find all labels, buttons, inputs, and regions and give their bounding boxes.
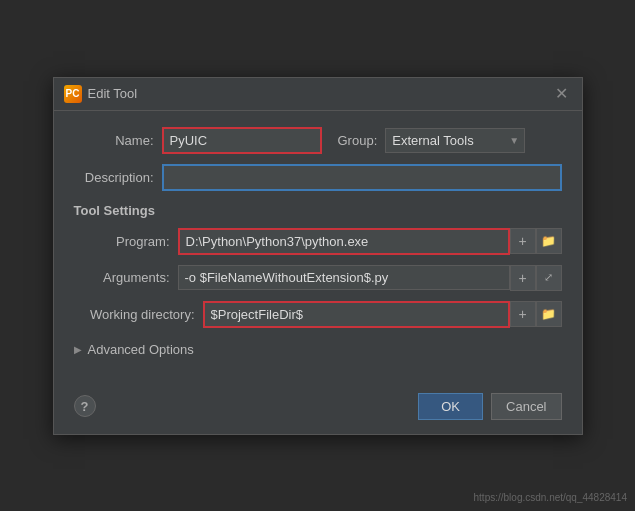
working-dir-folder-button[interactable]: 📁	[536, 301, 562, 327]
close-button[interactable]: ✕	[551, 84, 572, 104]
app-logo: PC	[64, 85, 82, 103]
advanced-options-label: Advanced Options	[88, 342, 194, 357]
cancel-button[interactable]: Cancel	[491, 393, 561, 420]
working-dir-input-group: + 📁	[203, 301, 562, 328]
description-row: Description:	[74, 164, 562, 191]
group-label: Group:	[338, 133, 378, 148]
program-label: Program:	[90, 234, 170, 249]
program-plus-button[interactable]: +	[510, 228, 536, 254]
footer-buttons: OK Cancel	[418, 393, 561, 420]
dialog-footer: ? OK Cancel	[54, 383, 582, 434]
title-bar: PC Edit Tool ✕	[54, 78, 582, 111]
group-select[interactable]: External Tools Other	[385, 128, 525, 153]
arguments-input-group: + ⤢	[178, 265, 562, 291]
title-bar-left: PC Edit Tool	[64, 85, 138, 103]
dialog-title: Edit Tool	[88, 86, 138, 101]
edit-tool-dialog: PC Edit Tool ✕ Name: Group: External Too…	[53, 77, 583, 435]
program-folder-button[interactable]: 📁	[536, 228, 562, 254]
name-group-row: Name: Group: External Tools Other	[74, 127, 562, 154]
advanced-triangle-icon: ▶	[74, 344, 82, 355]
working-dir-label: Working directory:	[90, 307, 195, 322]
ok-button[interactable]: OK	[418, 393, 483, 420]
group-select-wrapper: External Tools Other	[385, 128, 525, 153]
name-label: Name:	[74, 133, 154, 148]
arguments-row: Arguments: + ⤢	[90, 265, 562, 291]
help-button[interactable]: ?	[74, 395, 96, 417]
program-input[interactable]	[178, 228, 510, 255]
program-row: Program: + 📁	[90, 228, 562, 255]
arguments-label: Arguments:	[90, 270, 170, 285]
name-input[interactable]	[162, 127, 322, 154]
working-dir-input[interactable]	[203, 301, 510, 328]
arguments-input[interactable]	[178, 265, 510, 290]
program-input-group: + 📁	[178, 228, 562, 255]
arguments-expand-button[interactable]: ⤢	[536, 265, 562, 291]
dialog-body: Name: Group: External Tools Other Descri…	[54, 111, 582, 383]
working-dir-plus-button[interactable]: +	[510, 301, 536, 327]
tool-settings-title: Tool Settings	[74, 203, 562, 218]
advanced-options-section[interactable]: ▶ Advanced Options	[74, 342, 562, 357]
description-label: Description:	[74, 170, 154, 185]
arguments-plus-button[interactable]: +	[510, 265, 536, 291]
watermark: https://blog.csdn.net/qq_44828414	[474, 492, 627, 503]
working-dir-row: Working directory: + 📁	[90, 301, 562, 328]
description-input[interactable]	[162, 164, 562, 191]
